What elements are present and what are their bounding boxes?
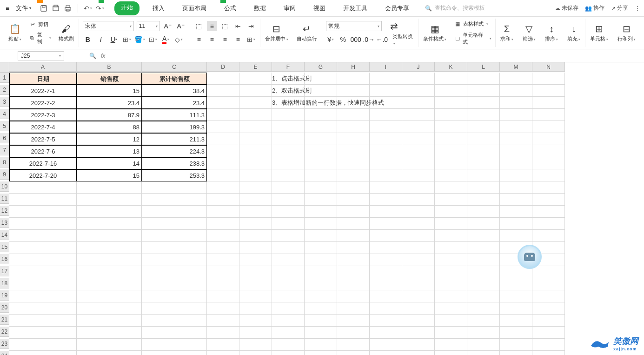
cell-H16[interactable]	[337, 254, 370, 266]
cell-D10[interactable]	[207, 181, 239, 194]
cell-D22[interactable]	[207, 327, 239, 339]
col-header-C[interactable]: C	[142, 62, 207, 72]
cell-F13[interactable]	[272, 218, 305, 230]
font-color-icon[interactable]: A	[161, 34, 171, 45]
cell-B15[interactable]	[77, 242, 142, 254]
col-header-E[interactable]: E	[239, 62, 272, 72]
cell-M22[interactable]	[500, 327, 532, 339]
cell-G6[interactable]	[305, 133, 337, 145]
cell-G18[interactable]	[305, 278, 337, 290]
cell-G12[interactable]	[305, 206, 337, 218]
cell-A1[interactable]: 日期	[9, 73, 77, 85]
cell-H15[interactable]	[337, 242, 370, 254]
cell-F3[interactable]: 3、表格增加新的一行数据，快速同步格式	[272, 97, 305, 109]
cell-K9[interactable]	[435, 169, 467, 181]
cell-L1[interactable]	[467, 73, 500, 85]
cell-F23[interactable]	[272, 339, 305, 351]
cell-N12[interactable]	[532, 206, 565, 218]
decrease-decimal-icon[interactable]: ←.0	[377, 34, 387, 45]
cell-N10[interactable]	[532, 181, 565, 194]
cell-style-button[interactable]: ▢单元格样式	[452, 31, 493, 47]
row-header-18[interactable]: 18	[0, 278, 9, 288]
cell-L12[interactable]	[467, 206, 500, 218]
percent-icon[interactable]: %	[338, 34, 348, 45]
cell-F5[interactable]	[272, 121, 305, 133]
cell-K15[interactable]	[435, 242, 467, 254]
assistant-avatar[interactable]	[518, 245, 542, 269]
cell-F14[interactable]	[272, 230, 305, 242]
cut-button[interactable]: ✂剪切	[27, 20, 53, 29]
cell-I10[interactable]	[370, 181, 402, 194]
cell-C6[interactable]: 211.3	[142, 133, 207, 145]
cell-B20[interactable]	[77, 302, 142, 315]
cell-F16[interactable]	[272, 254, 305, 266]
cell-B1[interactable]: 销售额	[77, 73, 142, 85]
cell-H22[interactable]	[337, 327, 370, 339]
cell-L3[interactable]	[467, 97, 500, 109]
cell-I16[interactable]	[370, 254, 402, 266]
cell-F24[interactable]	[272, 351, 305, 355]
cell-H5[interactable]	[337, 121, 370, 133]
cell-C8[interactable]: 238.3	[142, 157, 207, 169]
cell-A20[interactable]	[9, 302, 77, 315]
cell-I12[interactable]	[370, 206, 402, 218]
cell-E2[interactable]	[239, 85, 272, 97]
cell-A10[interactable]	[9, 181, 77, 194]
cell-N11[interactable]	[532, 194, 565, 206]
cell-F21[interactable]	[272, 315, 305, 327]
formula-input[interactable]	[105, 55, 644, 57]
cell-A8[interactable]: 2022-7-16	[9, 157, 77, 169]
print-icon[interactable]	[64, 4, 72, 13]
cell-L19[interactable]	[467, 290, 500, 302]
cell-J3[interactable]	[402, 97, 435, 109]
cell-E17[interactable]	[239, 266, 272, 278]
cell-C16[interactable]	[142, 254, 207, 266]
cell-A6[interactable]: 2022-7-5	[9, 133, 77, 145]
cell-B23[interactable]	[77, 339, 142, 351]
cell-A7[interactable]: 2022-7-6	[9, 145, 77, 157]
row-header-3[interactable]: 3	[0, 97, 9, 107]
cell-L13[interactable]	[467, 218, 500, 230]
cell-G11[interactable]	[305, 194, 337, 206]
cell-C14[interactable]	[142, 230, 207, 242]
cell-I22[interactable]	[370, 327, 402, 339]
cell-D19[interactable]	[207, 290, 239, 302]
cell-L17[interactable]	[467, 266, 500, 278]
cell-B6[interactable]: 12	[77, 133, 142, 145]
cell-H19[interactable]	[337, 290, 370, 302]
cell-C24[interactable]	[142, 351, 207, 355]
number-format-select[interactable]: 常规	[326, 21, 382, 31]
row-header-2[interactable]: 2	[0, 85, 9, 95]
cell-F1[interactable]: 1、点击格式刷	[272, 73, 305, 85]
cell-I11[interactable]	[370, 194, 402, 206]
underline-icon[interactable]: U▾	[109, 34, 119, 45]
cell-E13[interactable]	[239, 218, 272, 230]
cell-N6[interactable]	[532, 133, 565, 145]
cell-N14[interactable]	[532, 230, 565, 242]
align-center-icon[interactable]: ≡	[207, 34, 217, 45]
cell-B7[interactable]: 13	[77, 145, 142, 157]
cell-D13[interactable]	[207, 218, 239, 230]
cell-D15[interactable]	[207, 242, 239, 254]
cell-K7[interactable]	[435, 145, 467, 157]
cell-M14[interactable]	[500, 230, 532, 242]
type-convert-label[interactable]: 类型转换	[392, 33, 414, 46]
cell-E24[interactable]	[239, 351, 272, 355]
align-right-icon[interactable]: ≡	[220, 34, 230, 45]
cell-I19[interactable]	[370, 290, 402, 302]
cell-B11[interactable]	[77, 194, 142, 206]
cell-K1[interactable]	[435, 73, 467, 85]
cell-H10[interactable]	[337, 181, 370, 194]
cell-D8[interactable]	[207, 157, 239, 169]
cell-A3[interactable]: 2022-7-2	[9, 97, 77, 109]
cell-N17[interactable]	[532, 266, 565, 278]
cell-K3[interactable]	[435, 97, 467, 109]
cell-E1[interactable]	[239, 73, 272, 85]
font-name-select[interactable]: 宋体	[83, 21, 134, 31]
cell-E16[interactable]	[239, 254, 272, 266]
cell-E18[interactable]	[239, 278, 272, 290]
cell-J1[interactable]	[402, 73, 435, 85]
row-header-9[interactable]: 9	[0, 169, 9, 180]
align-left-icon[interactable]: ≡	[194, 34, 204, 45]
cell-B2[interactable]: 15	[77, 85, 142, 97]
